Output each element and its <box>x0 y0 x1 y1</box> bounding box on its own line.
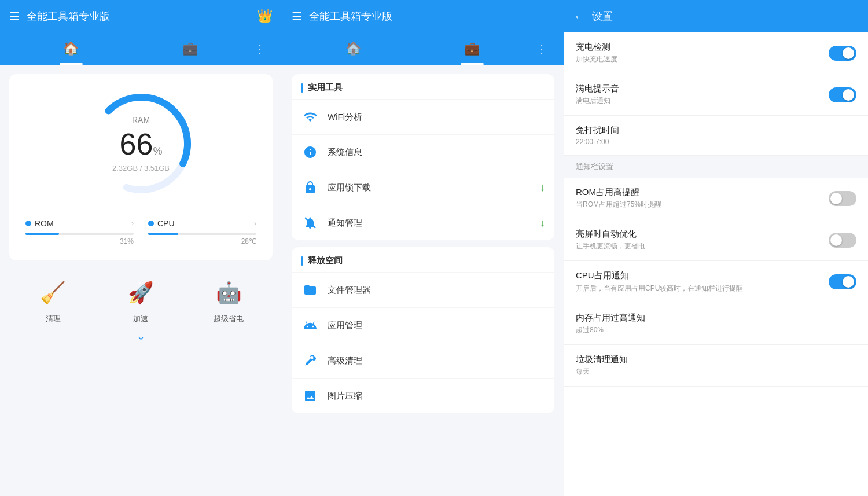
app-header-1: ☰ 全能工具箱专业版 👑 <box>0 0 282 32</box>
setting-trash-desc: 每天 <box>576 367 856 377</box>
menu-icon-1[interactable]: ☰ <box>9 9 20 23</box>
item-sysinfo[interactable]: 系统信息 <box>292 134 554 170</box>
rom-dot <box>25 221 31 226</box>
item-imgcompress-label: 图片压缩 <box>328 391 545 402</box>
bell-off-icon <box>301 214 319 232</box>
rom-chevron: › <box>131 219 134 227</box>
item-filemanager-label: 文件管理器 <box>328 285 545 296</box>
toggle-charge-detect[interactable] <box>829 46 856 61</box>
app-title-2: 全能工具箱专业版 <box>309 9 554 23</box>
toggle-cpu-notify[interactable] <box>829 274 856 289</box>
tab-tools-2[interactable]: 💼 <box>413 32 531 65</box>
menu-icon-2[interactable]: ☰ <box>292 9 302 23</box>
cpu-dot <box>148 221 154 226</box>
ram-gauge: RAM 66% 2.32GB / 3.51GB <box>83 86 199 201</box>
briefcase-icon-1: 💼 <box>182 41 198 56</box>
main-content-1: RAM 66% 2.32GB / 3.51GB ROM › <box>0 65 282 496</box>
stat-cpu[interactable]: CPU › 28℃ <box>141 213 263 251</box>
section-utilities: 实用工具 WiFi分析 系统信息 <box>292 74 554 240</box>
action-boost-label: 加速 <box>133 314 148 324</box>
tab-bar-2: 🏠 💼 ⋮ <box>282 32 564 65</box>
boost-icon: 🚀 <box>128 281 154 305</box>
tab-home-2[interactable]: 🏠 <box>294 32 413 65</box>
setting-mem-desc: 超过80% <box>576 325 856 335</box>
info-icon <box>301 143 319 161</box>
app-header-2: ☰ 全能工具箱专业版 <box>282 0 564 32</box>
rom-bar-fill <box>25 233 59 235</box>
stat-rom[interactable]: ROM › 31% <box>19 213 141 251</box>
stat-rom-header: ROM › <box>25 219 134 228</box>
item-imgcompress[interactable]: 图片压缩 <box>292 378 554 413</box>
app-title-1: 全能工具箱专业版 <box>27 9 257 23</box>
item-notification-label: 通知管理 <box>328 218 532 229</box>
setting-screen-optimize: 亮屏时自动优化 让手机更流畅，更省电 <box>564 219 868 261</box>
setting-rom-desc: 当ROM占用超过75%时提醒 <box>576 200 829 210</box>
rom-value: 31% <box>25 237 134 245</box>
more-icon-1[interactable]: ⋮ <box>254 42 266 56</box>
ram-unit: % <box>153 145 162 157</box>
notification-badge: ↓ <box>540 217 545 229</box>
toggle-full-sound[interactable] <box>829 87 856 102</box>
cpu-chevron: › <box>254 219 256 227</box>
lock-icon <box>301 178 319 197</box>
settings-title: 设置 <box>592 9 613 23</box>
setting-trash-name: 垃圾清理通知 <box>576 354 856 365</box>
actions-row: 🧹 清理 🚀 加速 ⌄ 🤖 超级省电 <box>9 267 273 347</box>
item-wifi[interactable]: WiFi分析 <box>292 99 554 134</box>
panel-settings: ← 设置 充电检测 加快充电速度 满电提示音 满电后通知 免打扰时间 22:00… <box>564 0 868 496</box>
toggle-rom-high[interactable] <box>829 191 856 206</box>
home-icon-1: 🏠 <box>63 41 79 56</box>
folder-icon <box>301 281 319 299</box>
tab-tools-1[interactable]: 💼 <box>131 32 250 65</box>
toggle-screen-optimize[interactable] <box>829 233 856 248</box>
setting-charge-name: 充电检测 <box>576 42 829 53</box>
back-button[interactable]: ← <box>573 10 585 23</box>
cpu-label: CPU <box>157 219 175 228</box>
advclean-icon <box>301 351 319 370</box>
setting-cpu-notify: CPU占用通知 开启后，当有应用占用CPU较高时，在通知栏进行提醒 <box>564 261 868 303</box>
cpu-bar-fill <box>148 233 178 235</box>
clean-icon: 🧹 <box>40 281 66 305</box>
image-icon <box>301 387 319 405</box>
item-appmanager[interactable]: 应用管理 <box>292 307 554 343</box>
setting-full-desc: 满电后通知 <box>576 96 829 106</box>
section-space-header: 释放空间 <box>292 247 554 272</box>
cpu-value: 28℃ <box>148 237 256 245</box>
cpu-bar-bg <box>148 233 256 235</box>
tools-content: 实用工具 WiFi分析 系统信息 <box>282 65 564 496</box>
item-wifi-label: WiFi分析 <box>328 112 545 123</box>
action-clean[interactable]: 🧹 清理 <box>37 277 69 343</box>
gauge-center: RAM 66% 2.32GB / 3.51GB <box>112 115 170 172</box>
action-power-label: 超级省电 <box>214 314 244 324</box>
setting-charge-desc: 加快充电速度 <box>576 54 829 64</box>
setting-screen-desc: 让手机更流畅，更省电 <box>576 241 829 251</box>
setting-dnd-desc: 22:00-7:00 <box>576 138 856 146</box>
item-sysinfo-label: 系统信息 <box>328 147 545 158</box>
item-advclean[interactable]: 高级清理 <box>292 343 554 378</box>
section-utilities-header: 实用工具 <box>292 74 554 99</box>
item-applock-label: 应用锁下载 <box>328 182 532 193</box>
setting-cpu-desc: 开启后，当有应用占用CPU较高时，在通知栏进行提醒 <box>576 283 829 293</box>
briefcase-icon-2: 💼 <box>464 41 480 56</box>
item-appmanager-label: 应用管理 <box>328 320 545 331</box>
ram-percent: 66 <box>120 127 153 161</box>
action-boost[interactable]: 🚀 加速 ⌄ <box>124 277 157 343</box>
settings-content: 充电检测 加快充电速度 满电提示音 满电后通知 免打扰时间 22:00-7:00… <box>564 32 868 496</box>
crown-icon: 👑 <box>257 9 273 24</box>
more-icon-2[interactable]: ⋮ <box>536 42 547 56</box>
item-filemanager[interactable]: 文件管理器 <box>292 272 554 307</box>
section-indicator-2 <box>301 256 303 266</box>
ram-percent-display: 66% <box>112 127 170 161</box>
wifi-icon <box>301 108 319 126</box>
tab-home-1[interactable]: 🏠 <box>12 32 131 65</box>
notification-section-label: 通知栏设置 <box>576 162 613 171</box>
setting-trash-notify: 垃圾清理通知 每天 <box>564 345 868 387</box>
home-icon-2: 🏠 <box>345 41 361 56</box>
stat-cpu-header: CPU › <box>148 219 256 228</box>
item-notification[interactable]: 通知管理 ↓ <box>292 205 554 240</box>
setting-mem-high: 内存占用过高通知 超过80% <box>564 303 868 345</box>
item-applock[interactable]: 应用锁下载 ↓ <box>292 170 554 205</box>
tab-bar-1: 🏠 💼 ⋮ <box>0 32 282 65</box>
action-power[interactable]: 🤖 超级省电 <box>212 277 245 343</box>
settings-header: ← 设置 <box>564 0 868 32</box>
